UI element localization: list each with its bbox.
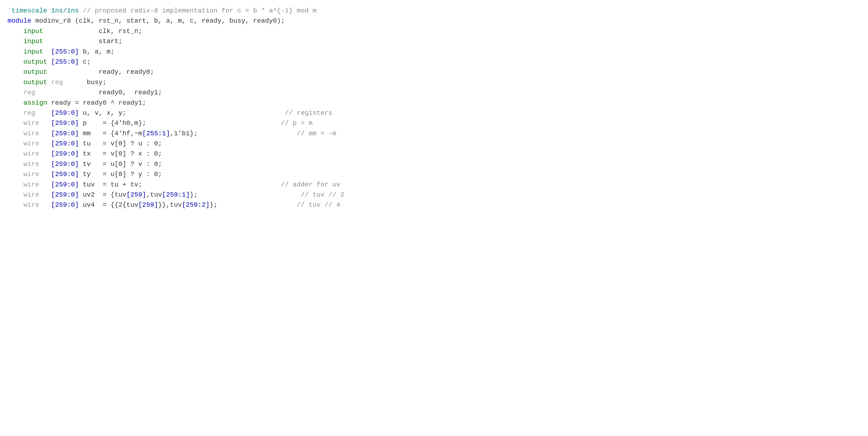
kw-reg-3: reg <box>23 110 35 117</box>
range-wire-tv: [259:0] <box>51 160 79 168</box>
module-keyword: module <box>7 17 31 25</box>
timescale-comment: // proposed radix-8 implementation for c… <box>83 7 316 14</box>
range-wire-tu: [259:0] <box>51 140 79 147</box>
range-wire-tx: [259:0] <box>51 150 79 157</box>
kw-output-1: output <box>23 58 47 65</box>
line-assign-1: assign ready = ready0 ^ ready1; <box>23 99 146 106</box>
kw-input-1: input <box>23 28 43 35</box>
kw-wire-tu: wire <box>23 140 39 147</box>
line-wire-tv: wire [259:0] tv = u[0] ? v : 0; <box>23 160 162 168</box>
line-output-1: output [255:0] c; <box>23 58 91 65</box>
module-name: modinv_r8 (clk, rst_n, start, b, a, m, c… <box>35 17 285 25</box>
range-wire-p: [259:0] <box>51 120 79 127</box>
line-output-2: output ready, ready0; <box>23 68 154 76</box>
line-input-2: input start; <box>23 38 122 45</box>
comment-mm: // mm = -m <box>297 130 336 137</box>
kw-reg-1: reg <box>51 79 63 86</box>
range-output-1: [255:0] <box>51 58 79 65</box>
kw-wire-uv2: wire <box>23 191 39 198</box>
range-uv2-a: [259] <box>126 191 146 198</box>
kw-input-2: input <box>23 38 43 45</box>
range-wire-ty: [259:0] <box>51 170 79 178</box>
range-wire-tuv: [259:0] <box>51 181 79 188</box>
kw-reg-2: reg <box>23 89 35 96</box>
line-wire-p: wire [259:0] p = {4'h0,m}; // p = m <box>23 120 313 127</box>
line-wire-tx: wire [259:0] tx = v[0] ? x : 0; <box>23 150 162 157</box>
kw-wire-tuv: wire <box>23 181 39 188</box>
range-wire-uv4: [259:0] <box>51 201 79 209</box>
kw-output-2: output <box>23 68 47 76</box>
comment-tuv: // adder for uv <box>281 181 340 188</box>
kw-wire-mm: wire <box>23 130 39 137</box>
kw-assign-1: assign <box>23 99 47 106</box>
line-input-1: input clk, rst_n; <box>23 28 142 35</box>
line-wire-mm: wire [259:0] mm = {4'hf,~m[255:1],1'b1};… <box>23 130 336 137</box>
timescale-line: `timescale 1ns/1ns // proposed radix-8 i… <box>7 7 317 14</box>
line-wire-tu: wire [259:0] tu = v[0] ? u : 0; <box>23 140 162 147</box>
range-uv4-b: [259:2] <box>182 201 210 209</box>
comment-uv4: // tuv // 4 <box>297 201 340 209</box>
range-wire-mm: [259:0] <box>51 130 79 137</box>
range-wire-uv2: [259:0] <box>51 191 79 198</box>
kw-wire-uv4: wire <box>23 201 39 209</box>
line-reg-2: reg [259:0] u, v, x, y; // registers <box>23 110 332 117</box>
range-uv2-b: [259:1] <box>162 191 190 198</box>
code-editor: `timescale 1ns/1ns // proposed radix-8 i… <box>7 6 861 210</box>
line-wire-ty: wire [259:0] ty = u[0] ? y : 0; <box>23 170 162 178</box>
timescale-directive: `timescale 1ns/1ns <box>7 7 79 14</box>
line-output-3: output reg busy; <box>23 79 106 86</box>
kw-output-3: output <box>23 79 47 86</box>
range-uv4-a: [259] <box>138 201 158 209</box>
line-wire-uv4: wire [259:0] uv4 = {{2{tuv[259]}},tuv[25… <box>23 201 340 209</box>
line-input-3: input [255:0] b, a, m; <box>23 48 114 55</box>
module-decl: module modinv_r8 (clk, rst_n, start, b, … <box>7 17 285 25</box>
range-mm-inner: [255:1] <box>142 130 170 137</box>
kw-wire-p: wire <box>23 120 39 127</box>
line-wire-tuv: wire [259:0] tuv = tu + tv; // adder for… <box>23 181 340 188</box>
comment-uv2: // tuv // 2 <box>301 191 344 198</box>
range-input-3: [255:0] <box>51 48 79 55</box>
kw-wire-tx: wire <box>23 150 39 157</box>
range-reg-2: [259:0] <box>51 110 79 117</box>
kw-wire-tv: wire <box>23 160 39 168</box>
comment-registers: // registers <box>285 110 332 117</box>
line-wire-uv2: wire [259:0] uv2 = {tuv[259],tuv[259:1]}… <box>23 191 344 198</box>
comment-p: // p = m <box>281 120 312 127</box>
kw-input-3: input <box>23 48 43 55</box>
line-reg-1: reg ready0, ready1; <box>23 89 162 96</box>
kw-wire-ty: wire <box>23 170 39 178</box>
